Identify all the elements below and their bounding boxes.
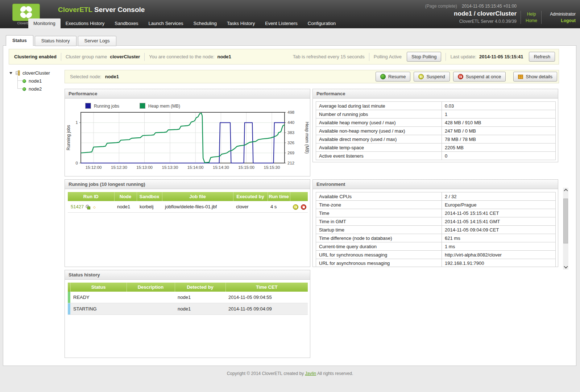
- selected-node-label: Selected node:: [70, 74, 102, 79]
- legend-item: Heap mem (MB): [140, 103, 180, 109]
- svg-text:15:12:30: 15:12:30: [111, 165, 127, 170]
- home-link[interactable]: Home: [526, 17, 537, 24]
- table-row: URL for asynchronous messaging192.168.1.…: [316, 259, 556, 267]
- metric-label: Active event listeners: [316, 152, 442, 160]
- tree-item-node2[interactable]: node2: [22, 86, 42, 92]
- svg-text:498: 498: [287, 110, 294, 114]
- header: CloverETL® CloverETL Server Console (Pag…: [0, 0, 580, 28]
- nav-tab-event-listeners[interactable]: Event Listeners: [260, 18, 303, 28]
- javlin-link[interactable]: Javlin: [305, 371, 316, 376]
- svg-text:15:12:00: 15:12:00: [86, 165, 102, 170]
- table-row: URL for synchronous messaginghttp://virt…: [316, 251, 556, 259]
- status-color-marker: [68, 303, 70, 315]
- column-header-node: Node: [114, 192, 137, 201]
- env-label: URL for asynchronous messaging: [316, 259, 442, 267]
- table-row: Number of running jobs1: [316, 110, 556, 118]
- selected-node-value: node1: [105, 74, 119, 79]
- tree-item-node1[interactable]: node1: [22, 78, 42, 84]
- tree-node-label[interactable]: node1: [29, 78, 42, 84]
- suspend-button[interactable]: Suspend: [414, 72, 450, 82]
- page-complete-label: (Page complete): [425, 4, 457, 9]
- logout-link[interactable]: Logout: [561, 18, 576, 23]
- suspend-at-once-button[interactable]: Suspend at once: [453, 72, 506, 82]
- node-status-icon: [22, 87, 26, 91]
- env-label: Startup time: [316, 226, 442, 234]
- status-color-marker: [68, 292, 70, 303]
- app-title: CloverETL Server Console: [58, 6, 145, 14]
- node-identity: node1 / cloverCluster CloverETL Server 4…: [454, 10, 517, 24]
- tree-connector: [17, 88, 22, 89]
- table-row: Time2014-11-05 15:15:41 CET: [316, 209, 556, 217]
- detected-by-cell: node1: [175, 292, 225, 303]
- page-status-line: (Page complete) 2014-11-05 15:15:45 +01:…: [425, 4, 517, 9]
- cluster-icon: [15, 70, 20, 76]
- nav-tab-executions-history[interactable]: Executions History: [61, 18, 110, 28]
- metric-label: Available heap memory (used / max): [316, 118, 442, 127]
- metric-label: Average load during last minute: [316, 102, 442, 110]
- suspend-job-icon[interactable]: [293, 204, 298, 210]
- environment-scrollbar[interactable]: [563, 188, 568, 270]
- status-cell: READY: [70, 292, 127, 303]
- run-id-link[interactable]: 51427: [71, 204, 84, 209]
- help-link[interactable]: Help: [526, 11, 537, 17]
- env-value: http://virt-alpha:8082/clover: [442, 251, 556, 259]
- nav-tab-configuration[interactable]: Configuration: [303, 18, 341, 28]
- brand-name: CloverETL: [58, 6, 92, 13]
- scroll-up-arrow[interactable]: [563, 188, 568, 193]
- resume-button[interactable]: Resume: [376, 72, 410, 82]
- metric-value: 247 MB / 0 MB: [442, 127, 556, 135]
- legend-swatch: [140, 103, 145, 109]
- tab-status-history[interactable]: Status history: [35, 36, 76, 46]
- svg-text:440: 440: [287, 120, 294, 125]
- refresh-button[interactable]: Refresh: [529, 52, 555, 62]
- stop-polling-button[interactable]: Stop Polling: [407, 52, 441, 62]
- column-header-status: Status: [70, 283, 127, 292]
- status-cell: STARTING: [70, 303, 127, 315]
- job-sandbox-cell: korbelj: [137, 201, 162, 213]
- panel-title: Running jobs (10 longest running): [65, 180, 310, 189]
- tree-item-clovercluster[interactable]: cloverCluster: [9, 70, 50, 76]
- copyright-text: Copyright © 2014 CloverETL created by: [227, 371, 305, 376]
- expand-arrow-icon[interactable]: [9, 72, 12, 74]
- metric-label: Available direct memory (used / max): [316, 135, 442, 143]
- status-history-row: STARTING node1 2014-11-05 09:04:09: [68, 303, 308, 315]
- suspend-label: Suspend: [426, 74, 445, 79]
- column-header-description: Description: [127, 283, 175, 292]
- job-executed-by-cell: clover: [233, 201, 268, 213]
- nav-tab-monitoring[interactable]: Monitoring: [28, 18, 61, 28]
- svg-text:Running jobs: Running jobs: [66, 125, 71, 150]
- metric-value: 2205 MB: [442, 143, 556, 152]
- show-details-button[interactable]: Show details: [513, 72, 557, 82]
- header-links: Help Home: [526, 11, 537, 24]
- legend-label: Heap mem (MB): [148, 104, 180, 109]
- nav-tab-launch-services[interactable]: Launch Services: [143, 18, 188, 28]
- table-row: Time in GMT2014-11-05 14:15:41 GMT: [316, 217, 556, 226]
- refresh-info: Tab is refreshed every 15 seconds: [293, 54, 365, 59]
- table-row: Available temp-space2205 MB: [316, 143, 556, 152]
- nav-tab-sandboxes[interactable]: Sandboxes: [109, 18, 143, 28]
- scroll-down-arrow[interactable]: [563, 264, 568, 270]
- tab-server-logs[interactable]: Server Logs: [78, 36, 116, 46]
- env-label: URL for synchronous messaging: [316, 251, 442, 259]
- kill-job-icon[interactable]: [301, 204, 306, 210]
- metric-value: 0.03: [442, 102, 556, 110]
- panel-title: Performance: [313, 89, 558, 99]
- tab-status[interactable]: Status: [6, 35, 33, 46]
- svg-text:15:14:30: 15:14:30: [213, 165, 229, 170]
- svg-text:383: 383: [287, 130, 294, 135]
- status-history-table: Status Description Detected by Time CET …: [68, 283, 308, 315]
- column-header-marker: [68, 283, 70, 292]
- scrollbar-thumb[interactable]: [563, 199, 568, 243]
- tree-node-label[interactable]: node2: [29, 86, 42, 92]
- table-row: Available CPUs2 / 32: [316, 192, 556, 201]
- chart-legend: Running jobsHeap mem (MB): [85, 103, 310, 109]
- resume-icon: [380, 74, 386, 79]
- metric-value: 428 MB / 910 MB: [442, 118, 556, 127]
- column-header-detected-by: Detected by: [175, 283, 225, 292]
- svg-text:212: 212: [287, 161, 294, 165]
- tree-root-label[interactable]: cloverCluster: [22, 70, 50, 76]
- nav-tab-tasks-history[interactable]: Tasks History: [222, 18, 260, 28]
- table-row: Startup time2014-11-05 09:04:09 CET: [316, 226, 556, 234]
- nav-tab-scheduling[interactable]: Scheduling: [188, 18, 222, 28]
- env-value: 2 / 32: [442, 192, 556, 201]
